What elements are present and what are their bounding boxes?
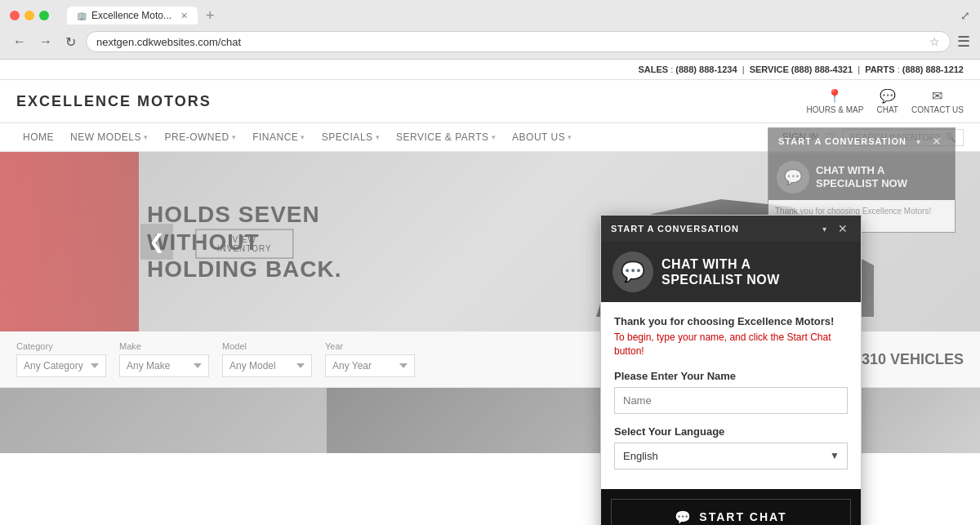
make-label: Make — [119, 341, 209, 351]
view-inventory-button[interactable]: VIEW INVENTORY — [196, 229, 293, 258]
filter-category: Category Any Category — [16, 341, 106, 377]
chat-thank-you-text: Thank you for choosing Excellence Motors… — [614, 315, 848, 327]
model-select[interactable]: Any Model — [222, 354, 312, 377]
contact-us-button[interactable]: ✉ CONTACT US — [911, 88, 964, 114]
header-actions: 📍 HOURS & MAP 💬 CHAT ✉ CONTACT US — [806, 88, 964, 114]
language-select[interactable]: English Spanish French — [614, 443, 848, 469]
browser-titlebar: 🏢 Excellence Moto... ✕ + ⤢ — [0, 0, 980, 28]
chat-dialog-bubble-icon: 💬 — [612, 251, 653, 292]
hours-map-button[interactable]: 📍 HOURS & MAP — [806, 88, 863, 114]
email-icon: ✉ — [911, 88, 964, 104]
reload-button[interactable]: ↻ — [62, 33, 79, 51]
location-icon: 📍 — [806, 88, 863, 104]
language-field-label: Select Your Language — [614, 425, 848, 438]
dot-yellow[interactable] — [24, 11, 34, 20]
url-text: nextgen.cdkwebsites.com/chat — [96, 36, 923, 48]
chat-dialog-footer: 💬 START CHAT ⚙ Powered By ActivEngage — [601, 489, 861, 525]
browser-chrome: 🏢 Excellence Moto... ✕ + ⤢ ← → ↻ nextgen… — [0, 0, 980, 60]
site-logo[interactable]: EXCELLENCE MOTORS — [16, 93, 806, 110]
chat-bg-label-text: START A CONVERSATION — [778, 136, 906, 146]
chat-bg-title: CHAT WITH A SPECIALIST NOW — [816, 164, 907, 189]
hero-line3: HOLDING BACK. — [147, 256, 342, 283]
back-button[interactable]: ← — [10, 33, 29, 51]
dot-red[interactable] — [10, 11, 20, 20]
hero-headline: HOLDS SEVEN WITHOUT HOLDING BACK. VIEW I… — [147, 201, 342, 283]
tab-close-button[interactable]: ✕ — [180, 11, 188, 21]
chat-bg-controls: ▾ ✕ — [913, 133, 945, 149]
name-field-label: Please Enter Your Name — [614, 370, 848, 382]
sales-label: SALES — [638, 65, 668, 74]
browser-menu-button[interactable]: ☰ — [957, 33, 970, 51]
start-chat-button[interactable]: 💬 START CHAT — [611, 499, 851, 525]
category-select[interactable]: Any Category — [16, 354, 106, 377]
tab-title: Excellence Moto... — [91, 10, 172, 21]
hero-red-overlay — [0, 152, 139, 331]
vehicle-count: 310 VEHICLES — [862, 351, 964, 368]
chat-header-button[interactable]: 💬 CHAT — [876, 88, 898, 114]
filter-model: Model Any Model — [222, 341, 312, 377]
new-tab-button[interactable]: + — [206, 7, 215, 24]
hero-line1: HOLDS SEVEN — [147, 201, 342, 229]
start-chat-icon: 💬 — [675, 509, 693, 525]
chat-bg-header: 💬 CHAT WITH A SPECIALIST NOW — [768, 154, 955, 200]
chevron-down-icon: ▾ — [568, 133, 572, 141]
service-label: SERVICE — [750, 65, 789, 74]
chat-dialog-title-line2: SPECIALIST NOW — [662, 272, 849, 287]
chevron-down-icon: ▾ — [144, 133, 149, 141]
year-label: Year — [325, 341, 415, 351]
nav-about-us[interactable]: ABOUT US ▾ — [506, 123, 579, 151]
chat-close-button[interactable]: ✕ — [835, 220, 851, 237]
browser-tab[interactable]: 🏢 Excellence Moto... ✕ — [67, 7, 198, 24]
chat-bg-label-bar: START A CONVERSATION ▾ ✕ — [768, 128, 955, 154]
category-label: Category — [16, 341, 106, 351]
filter-year: Year Any Year — [325, 341, 415, 377]
parts-phone[interactable]: (888) 888-1212 — [902, 65, 964, 74]
expand-icon[interactable]: ⤢ — [960, 9, 970, 22]
chat-icon: 💬 — [876, 88, 898, 104]
chat-dialog: START A CONVERSATION ▾ ✕ 💬 CHAT WITH A S… — [600, 215, 862, 525]
chat-bg-minimize-button[interactable]: ▾ — [913, 136, 924, 148]
sales-phone[interactable]: (888) 888-1234 — [675, 65, 737, 74]
parts-label: PARTS — [865, 65, 894, 74]
chat-bg-close-button[interactable]: ✕ — [929, 133, 945, 149]
chat-dialog-header: 💬 CHAT WITH A SPECIALIST NOW — [601, 242, 861, 302]
chat-dialog-label-bar: START A CONVERSATION ▾ ✕ — [601, 216, 861, 242]
service-phone[interactable]: (888) 888-4321 — [791, 65, 853, 74]
make-select[interactable]: Any Make — [119, 354, 209, 377]
chat-instruction-text: To begin, type your name, and click the … — [614, 331, 848, 358]
chevron-down-icon: ▾ — [376, 133, 381, 141]
nav-pre-owned[interactable]: PRE-OWNED ▾ — [158, 123, 243, 151]
top-contact-bar: SALES : (888) 888-1234 | SERVICE (888) 8… — [0, 60, 980, 80]
chat-dialog-title-line1: CHAT WITH A — [662, 256, 849, 272]
nav-specials[interactable]: SPECIALS ▾ — [315, 123, 386, 151]
address-bar[interactable]: nextgen.cdkwebsites.com/chat ☆ — [86, 31, 951, 52]
nav-home[interactable]: HOME — [16, 123, 60, 151]
year-select[interactable]: Any Year — [325, 354, 415, 377]
chevron-down-icon: ▾ — [301, 133, 305, 141]
hero-prev-button[interactable]: ❮ — [140, 224, 173, 260]
language-select-wrapper: English Spanish French ▼ — [614, 443, 848, 469]
nav-finance[interactable]: FINANCE ▾ — [246, 123, 312, 151]
chevron-down-icon: ▾ — [232, 133, 237, 141]
dot-green[interactable] — [39, 11, 49, 20]
site-header: EXCELLENCE MOTORS 📍 HOURS & MAP 💬 CHAT ✉… — [0, 80, 980, 123]
chat-dialog-title-block: CHAT WITH A SPECIALIST NOW — [662, 256, 849, 287]
bookmark-icon[interactable]: ☆ — [929, 35, 940, 48]
chat-dialog-body: Thank you for choosing Excellence Motors… — [601, 302, 861, 489]
model-label: Model — [222, 341, 312, 351]
chevron-down-icon: ▾ — [492, 133, 497, 141]
filter-make: Make Any Make — [119, 341, 209, 377]
nav-service-parts[interactable]: SERVICE & PARTS ▾ — [390, 123, 502, 151]
chat-bg-bubble-icon: 💬 — [777, 161, 809, 194]
tab-favicon: 🏢 — [77, 11, 87, 20]
website: SALES : (888) 888-1234 | SERVICE (888) 8… — [0, 60, 980, 453]
nav-new-models[interactable]: NEW MODELS ▾ — [64, 123, 155, 151]
start-chat-label: START CHAT — [699, 510, 786, 523]
chat-dialog-controls: ▾ ✕ — [819, 220, 851, 237]
chat-minimize-button[interactable]: ▾ — [819, 223, 830, 235]
forward-button[interactable]: → — [36, 33, 56, 51]
browser-addressbar: ← → ↻ nextgen.cdkwebsites.com/chat ☆ ☰ — [0, 28, 980, 59]
name-input[interactable] — [614, 387, 848, 414]
thumbnail-1[interactable] — [0, 388, 327, 453]
chat-dialog-label-text: START A CONVERSATION — [611, 224, 739, 234]
